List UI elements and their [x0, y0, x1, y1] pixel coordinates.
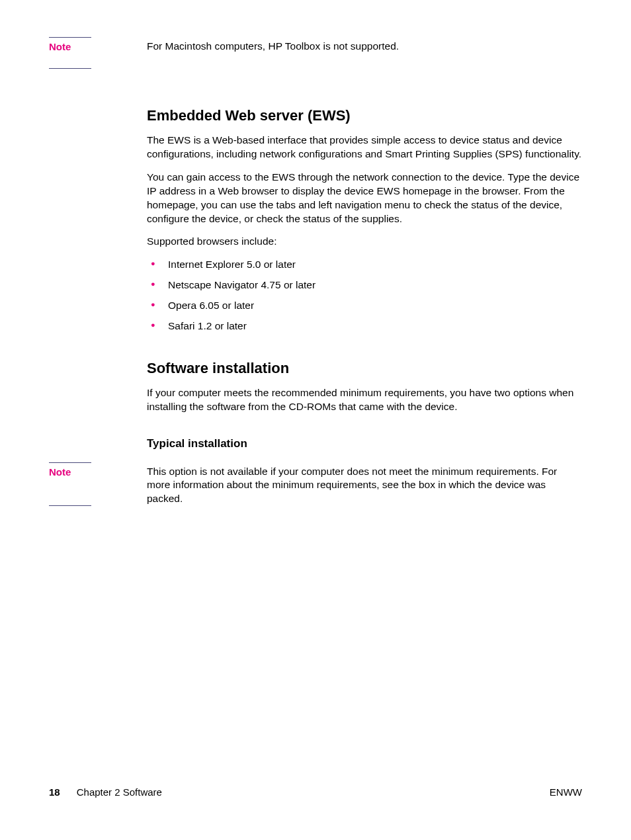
ews-p2: You can gain access to the EWS through t… [147, 171, 582, 226]
note-text-2: This option is not available if your com… [147, 465, 582, 507]
section-ews: Embedded Web server (EWS) The EWS is a W… [49, 78, 582, 458]
list-item: Netscape Navigator 4.75 or later [148, 278, 582, 292]
install-p1: If your computer meets the recommended m… [147, 386, 582, 414]
note-label-2: Note [49, 462, 91, 506]
page-footer: 18 Chapter 2 Software ENWW [49, 786, 582, 799]
note-label-1: Note [49, 37, 91, 69]
ews-p3: Supported browsers include: [147, 235, 582, 249]
heading-ews: Embedded Web server (EWS) [147, 106, 582, 126]
heading-install: Software installation [147, 358, 582, 378]
list-item: Opera 6.05 or later [148, 299, 582, 313]
list-item: Safari 1.2 or later [148, 319, 582, 333]
chapter-label: Chapter 2 Software [77, 786, 162, 798]
ews-bullet-list: Internet Explorer 5.0 or later Netscape … [147, 258, 582, 333]
note-block-2: Note This option is not available if you… [49, 462, 582, 516]
page-number: 18 [49, 786, 60, 798]
list-item: Internet Explorer 5.0 or later [148, 258, 582, 272]
note-block-1: Note For Macintosh computers, HP Toolbox… [49, 37, 582, 69]
heading-typical: Typical installation [147, 437, 582, 452]
footer-right: ENWW [550, 786, 582, 799]
ews-p1: The EWS is a Web-based interface that pr… [147, 134, 582, 161]
note-text-1: For Macintosh computers, HP Toolbox is n… [147, 40, 582, 54]
